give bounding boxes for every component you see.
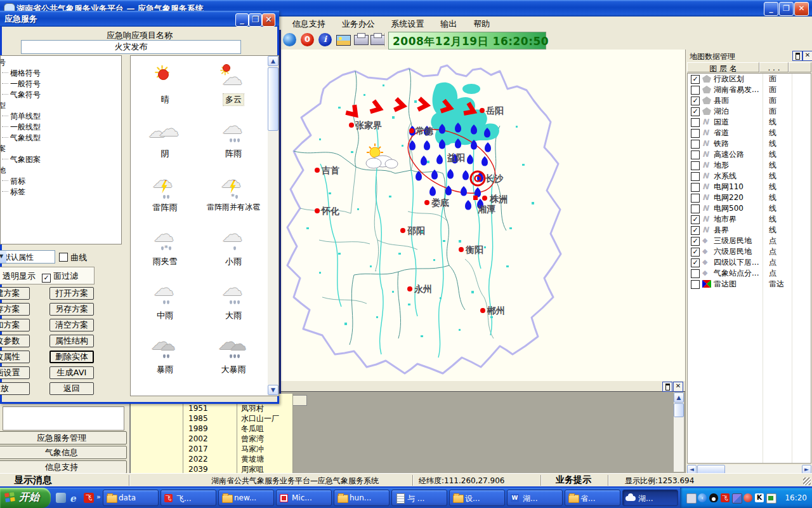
task-button[interactable]: data [103, 490, 159, 506]
symbol-item-partial[interactable]: ☁ [131, 384, 199, 396]
default-attr-dropdown[interactable]: 改默认属性▼ [0, 250, 55, 264]
symbol-item[interactable]: ☁ 阵雨 [199, 114, 268, 168]
layer-checkbox[interactable]: ✓ [691, 248, 700, 257]
layer-row[interactable]: N电网110线 [688, 182, 811, 192]
quicklaunch-app-icon[interactable]: 飞 [84, 493, 94, 503]
layer-row[interactable]: ✓◆四级以下居...点 [688, 257, 811, 268]
task-button[interactable]: new... [218, 490, 274, 506]
close-panel-icon[interactable]: ✕ [802, 51, 812, 61]
layer-row[interactable]: ✓N地市界线 [688, 214, 811, 225]
image-icon[interactable] [336, 35, 351, 46]
print-preview-icon[interactable] [370, 35, 385, 45]
layer-checkbox[interactable] [691, 150, 700, 159]
symbol-item-partial[interactable]: ☁ [199, 384, 268, 396]
layer-checkbox[interactable] [691, 204, 700, 213]
task-button-active[interactable]: 湖... [622, 490, 678, 506]
tree-group[interactable]: 线型 [0, 100, 121, 111]
tree-item[interactable]: 一般线型 [0, 122, 121, 133]
tree-item[interactable]: 气象符号 [0, 90, 121, 100]
layer-checkbox[interactable]: ✓ [691, 97, 700, 105]
task-button[interactable]: Mic... [276, 490, 332, 506]
symbol-item[interactable]: ☁* 雷阵雨并有冰雹 [199, 168, 268, 222]
symbol-item[interactable]: ☁☁ 暴雨 [131, 330, 199, 384]
scroll-up-icon[interactable]: ▲ [674, 392, 684, 403]
pin-icon[interactable] [662, 382, 672, 392]
tree-item[interactable]: 标签 [0, 187, 121, 197]
task-button[interactable]: hun... [334, 490, 390, 506]
generate-avi-button[interactable]: 生成AVI [49, 366, 94, 379]
layer-checkbox[interactable] [691, 269, 700, 278]
menu-system-settings[interactable]: 系统设置 [384, 17, 431, 30]
dialog-titlebar[interactable]: 应急服务 _ ❐ ✕ [0, 11, 279, 27]
menu-help[interactable]: 帮助 [466, 17, 497, 30]
symbol-item[interactable]: ☁☁ 大暴雨 [199, 330, 268, 384]
start-button[interactable]: 开始 [0, 488, 51, 508]
face-filter-checkbox[interactable]: ✓ 面过滤 [42, 271, 78, 283]
tree-group[interactable]: 图案 [0, 144, 121, 154]
globe-icon[interactable] [283, 33, 296, 46]
symbol-item[interactable]: ☀☁ 多云 [199, 60, 268, 114]
show-message-label[interactable]: 显示消息 [14, 474, 52, 486]
layer-checkbox[interactable]: ✓ [691, 258, 700, 267]
tree-group[interactable]: 其他 [0, 165, 121, 176]
antivirus-icon[interactable]: K [755, 493, 764, 502]
close-panel-icon[interactable]: ✕ [673, 382, 683, 392]
language-icon[interactable]: ‹ [698, 493, 707, 502]
return-button[interactable]: 返回 [49, 382, 94, 395]
scroll-thumb[interactable] [674, 403, 684, 417]
layer-row[interactable]: N水系线线 [688, 171, 811, 182]
symbol-item[interactable]: ☁ 中雨 [131, 276, 199, 330]
restore-button[interactable]: ❐ [779, 2, 794, 16]
symbol-item[interactable]: ☁☁ 阴 [131, 114, 199, 168]
edit-attrs-button[interactable]: 改属性 [0, 351, 30, 363]
info-support-button[interactable]: 信息支持 [0, 460, 127, 474]
symbol-item[interactable]: ☀ 晴 [131, 60, 199, 114]
minimize-button[interactable]: _ [764, 2, 778, 16]
column-header-extra[interactable] [789, 62, 811, 72]
task-button[interactable]: 飞飞... [160, 490, 216, 506]
menu-info-support[interactable]: 信息支持 [285, 17, 332, 30]
tree-item[interactable]: 栅格符号 [0, 68, 121, 79]
symbol-scrollbar[interactable]: ▲ ▼ [268, 56, 278, 396]
layer-row[interactable]: ◆气象站点分...点 [688, 268, 811, 279]
layer-checkbox[interactable]: ✓ [691, 226, 700, 235]
edit-params-button[interactable]: 改参数 [0, 335, 30, 347]
layer-checkbox[interactable] [691, 118, 700, 127]
layer-row[interactable]: N省道线 [688, 128, 811, 138]
task-button[interactable]: 与 ... [391, 490, 447, 506]
tree-item[interactable]: 一般符号 [0, 79, 121, 90]
show-desktop-icon[interactable] [56, 493, 66, 503]
symbol-item[interactable]: ☁ 小雨 [199, 222, 268, 276]
layer-row[interactable]: 湖南省易发...面 [688, 84, 811, 95]
ie-icon[interactable]: e [70, 493, 80, 503]
info-icon[interactable]: i [318, 33, 332, 46]
menu-output[interactable]: 输出 [433, 17, 464, 30]
layer-row[interactable]: N国道线 [688, 117, 811, 128]
layer-checkbox[interactable] [691, 161, 700, 170]
column-header-name[interactable]: 图 层 名 [687, 62, 759, 72]
menu-business[interactable]: 业务办公 [335, 17, 382, 30]
tree-item[interactable]: 简单线型 [0, 111, 121, 122]
symbol-tree[interactable]: 符号 栅格符号 一般符号 气象符号 线型 简单线型 一般线型 气象线型 图案 气… [0, 55, 122, 244]
layer-row[interactable]: ✓◆三级居民地点 [688, 236, 811, 246]
emergency-service-mgmt-button[interactable]: 应急服务管理 [0, 431, 127, 444]
layer-row[interactable]: 雷达图雷达 [688, 279, 811, 290]
tree-group[interactable]: 符号 [0, 57, 121, 68]
pin-icon[interactable] [792, 51, 802, 61]
tree-item[interactable]: 气象图案 [0, 154, 121, 165]
dialog-restore-button[interactable]: ❐ [249, 13, 262, 27]
symbol-item[interactable]: ☁ 大雨 [199, 276, 268, 330]
chevron-down-icon[interactable]: ▼ [0, 251, 6, 263]
layer-checkbox[interactable] [691, 280, 700, 289]
layer-checkbox[interactable] [691, 129, 700, 138]
task-button[interactable]: W湖... [507, 490, 563, 506]
station-table[interactable]: 1951凤羽村 1985水口山一厂 1989冬瓜咀 2002曾家湾 2017马家… [130, 394, 293, 475]
layer-row[interactable]: ✓N县界线 [688, 225, 811, 236]
layer-row[interactable]: N电网220线 [688, 192, 811, 203]
layer-row[interactable]: N高速公路线 [688, 149, 811, 160]
layer-row[interactable]: ✓行政区划面 [688, 74, 811, 84]
layer-checkbox[interactable]: ✓ [691, 107, 700, 116]
open-plan-button[interactable]: 打开方案 [49, 287, 94, 300]
symbol-item[interactable]: ☁ 雷阵雨 [131, 168, 199, 222]
layer-row[interactable]: N铁路线 [688, 138, 811, 149]
